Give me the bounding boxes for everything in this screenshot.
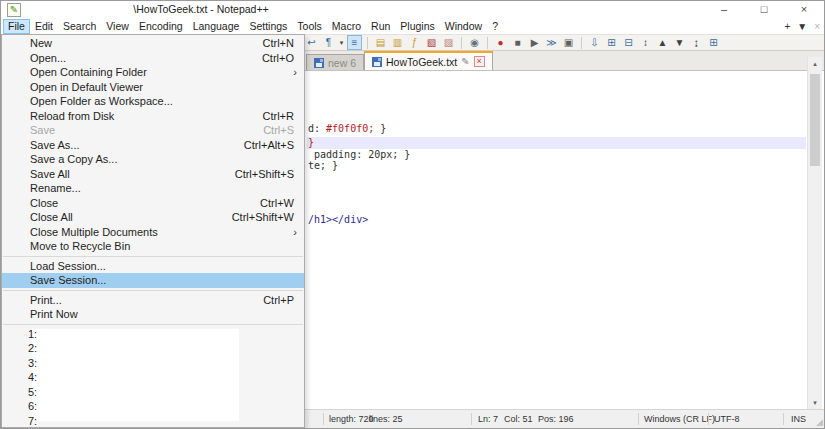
status-length: length: 720 — [329, 410, 374, 428]
editor-line: d: #f0f0f0; } — [308, 123, 386, 135]
menubar-help[interactable]: ? — [487, 19, 503, 34]
table-edit-icon[interactable]: ⊟ — [621, 35, 636, 50]
recent-file-item-4[interactable]: 4: — [2, 370, 304, 385]
macro-play-icon[interactable]: ▶ — [527, 35, 542, 50]
move-up-icon[interactable]: ▲ — [655, 35, 670, 50]
word-wrap-icon[interactable]: ↩ — [304, 35, 319, 50]
scroll-up-icon[interactable]: ▴ — [808, 57, 822, 70]
menu-item-save-as[interactable]: Save As...Ctrl+Alt+S — [2, 138, 304, 153]
macro-run-multiple-icon[interactable]: ≫ — [544, 35, 559, 50]
macro-save-icon[interactable]: ▣ — [561, 35, 576, 50]
menu-item-open-in-default-viewer[interactable]: Open in Default Viewer — [2, 80, 304, 95]
document-map-icon[interactable]: ▤ — [373, 35, 388, 50]
statusbar-separator — [323, 413, 324, 425]
menu-item-label: Print... — [30, 293, 62, 308]
tab-list-button[interactable]: ▼ — [797, 20, 807, 33]
menu-separator — [3, 324, 303, 325]
notepad-plus-plus-window: ✎ \HowToGeek.txt - Notepad++ – □ × File … — [0, 0, 825, 429]
minimize-button[interactable]: – — [704, 1, 744, 19]
recent-file-item-5[interactable]: 5: — [2, 385, 304, 400]
function-list-icon[interactable]: ƒ — [407, 35, 422, 50]
menu-item-rename[interactable]: Rename... — [2, 181, 304, 196]
resize-grip-icon[interactable]: ◢ — [816, 418, 823, 427]
recent-file-item-7[interactable]: 7: — [2, 414, 304, 429]
tab-bar-controls: + ▼ × — [784, 20, 820, 33]
editor-line: te; } — [308, 160, 338, 172]
menubar-macro[interactable]: Macro — [327, 19, 366, 34]
show-all-characters-icon[interactable]: ¶ — [321, 35, 336, 50]
menubar-encoding[interactable]: Encoding — [134, 19, 188, 34]
menu-item-close[interactable]: CloseCtrl+W — [2, 196, 304, 211]
menu-item-new[interactable]: NewCtrl+N — [2, 36, 304, 51]
menubar-settings[interactable]: Settings — [244, 19, 292, 34]
sort-descending-icon[interactable]: ↨ — [689, 35, 704, 50]
submenu-arrow-icon: › — [293, 65, 297, 80]
tab-new-6[interactable]: new 6 — [306, 54, 364, 70]
menu-item-move-to-recycle-bin[interactable]: Move to Recycle Bin — [2, 239, 304, 254]
recent-file-item-2[interactable]: 2: — [2, 341, 304, 356]
folder-as-workspace-icon[interactable]: ▨ — [441, 35, 456, 50]
macro-record-icon[interactable]: ● — [493, 35, 508, 50]
maximize-button[interactable]: □ — [744, 1, 784, 19]
close-button[interactable]: × — [784, 1, 824, 19]
code-text: padding: 20px; } — [308, 149, 410, 160]
pin-tab-icon[interactable]: ✎ — [461, 56, 469, 67]
monitoring-icon[interactable]: ◉ — [467, 35, 482, 50]
bookmark-icon[interactable]: ⇩ — [587, 35, 602, 50]
menu-item-open-folder-as-workspace[interactable]: Open Folder as Workspace... — [2, 94, 304, 109]
menu-item-print-now[interactable]: Print Now — [2, 307, 304, 322]
menubar-language[interactable]: Language — [188, 19, 245, 34]
move-down-icon[interactable]: ▼ — [672, 35, 687, 50]
indent-guide-icon[interactable]: ≡ — [347, 35, 362, 50]
menu-item-shortcut: Ctrl+P — [263, 293, 294, 308]
menubar-run[interactable]: Run — [366, 19, 395, 34]
menubar-tools[interactable]: Tools — [292, 19, 327, 34]
show-all-characters-caret-icon[interactable]: ▾ — [338, 39, 345, 47]
recent-file-item-3[interactable]: 3: — [2, 356, 304, 371]
menu-item-print[interactable]: Print...Ctrl+P — [2, 293, 304, 308]
menubar-view[interactable]: View — [101, 19, 134, 34]
statusbar-separator — [708, 413, 709, 425]
table-icon[interactable]: ⊞ — [604, 35, 619, 50]
vertical-scrollbar[interactable]: ▴ ▾ — [807, 57, 822, 409]
document-list-icon[interactable]: ▥ — [390, 35, 405, 50]
menu-item-save-session[interactable]: Save Session... — [2, 273, 304, 288]
code-text: /h1></div> — [308, 214, 368, 225]
menu-item-label: Open... — [30, 51, 66, 66]
menubar-edit[interactable]: Edit — [30, 19, 58, 34]
file-browser-icon[interactable]: ▧ — [424, 35, 439, 50]
statusbar-separator — [638, 413, 639, 425]
new-tab-button[interactable]: + — [784, 20, 790, 33]
menu-item-load-session[interactable]: Load Session... — [2, 259, 304, 274]
recent-file-item-6[interactable]: 6: — [2, 399, 304, 414]
menubar-plugins[interactable]: Plugins — [395, 19, 439, 34]
menu-item-label: Load Session... — [30, 259, 106, 274]
menu-item-save[interactable]: SaveCtrl+S — [2, 123, 304, 138]
saved-file-icon — [314, 58, 324, 68]
close-tab-button[interactable]: × — [814, 20, 820, 33]
recent-file-item-1[interactable]: 1: — [2, 327, 304, 342]
macro-stop-icon[interactable]: ■ — [510, 35, 525, 50]
sort-ascending-icon[interactable]: ↕ — [638, 35, 653, 50]
code-text: te; } — [308, 160, 338, 171]
menu-item-open-containing-folder[interactable]: Open Containing Folder› — [2, 65, 304, 80]
menu-bar: File Edit Search View Encoding Language … — [1, 19, 824, 34]
menubar-file[interactable]: File — [3, 19, 30, 34]
menu-item-close-all[interactable]: Close AllCtrl+Shift+W — [2, 210, 304, 225]
menubar-search[interactable]: Search — [58, 19, 101, 34]
tab-howtogeek-txt[interactable]: HowToGeek.txt ✎ × — [364, 51, 493, 70]
scroll-down-icon[interactable]: ▾ — [808, 396, 822, 409]
toolbar-separator — [367, 37, 368, 49]
menu-item-shortcut: Ctrl+Alt+S — [244, 138, 294, 153]
menu-item-save-all[interactable]: Save AllCtrl+Shift+S — [2, 167, 304, 182]
insert-table-icon[interactable]: ⊞ — [706, 35, 721, 50]
menu-item-reload-from-disk[interactable]: Reload from DiskCtrl+R — [2, 109, 304, 124]
status-column: Col: 51 — [504, 410, 533, 428]
scrollbar-thumb[interactable] — [810, 74, 820, 166]
menu-item-open[interactable]: Open...Ctrl+O — [2, 51, 304, 66]
menu-item-label: Save As... — [30, 138, 80, 153]
tab-close-icon[interactable]: × — [474, 56, 485, 67]
menu-item-save-a-copy-as[interactable]: Save a Copy As... — [2, 152, 304, 167]
menu-item-close-multiple-documents[interactable]: Close Multiple Documents› — [2, 225, 304, 240]
menubar-window[interactable]: Window — [440, 19, 487, 34]
